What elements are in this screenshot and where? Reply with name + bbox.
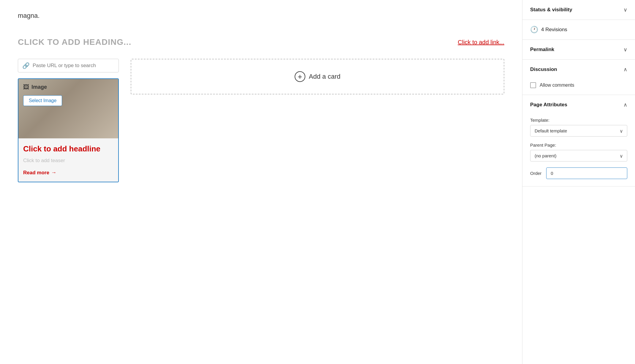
parent-page-label: Parent Page: [530, 143, 627, 148]
card-content: Click to add headline Click to add tease… [18, 138, 118, 182]
main-content: magna. CLICK TO ADD HEADING... Click to … [0, 0, 522, 364]
status-visibility-header[interactable]: Status & visibility ∨ [522, 0, 635, 20]
page-attributes-header[interactable]: Page Attributes ∧ [522, 95, 635, 115]
page-attributes-section: Page Attributes ∧ Template: Default temp… [522, 95, 635, 186]
template-select-wrapper: Default templateFull width ∨ [530, 125, 627, 137]
allow-comments-label: Allow comments [540, 83, 574, 88]
image-label: Image [31, 84, 47, 90]
parent-page-select-wrapper: (no parent) ∨ [530, 150, 627, 162]
image-block: 🖼 Image Select Image Click to add headli… [18, 78, 119, 182]
template-select[interactable]: Default templateFull width [530, 125, 627, 137]
permalink-chevron-down-icon: ∨ [623, 46, 627, 53]
discussion-header[interactable]: Discussion ∧ [522, 60, 635, 79]
heading-placeholder[interactable]: CLICK TO ADD HEADING... [18, 37, 131, 47]
link-placeholder[interactable]: Click to add link... [458, 39, 504, 46]
left-column: 🔗 🖼 Image Select Image Click to add head… [18, 59, 119, 182]
allow-comments-row: Allow comments [530, 82, 627, 88]
link-icon: 🔗 [22, 62, 30, 69]
image-label-row: 🖼 Image [23, 84, 113, 91]
sidebar: Status & visibility ∨ 🕐 4 Revisions Perm… [522, 0, 635, 364]
magna-text: magna. [18, 12, 504, 20]
order-label: Order [530, 171, 541, 176]
heading-row: CLICK TO ADD HEADING... Click to add lin… [18, 37, 504, 47]
discussion-section: Discussion ∧ Allow comments [522, 60, 635, 95]
card-headline[interactable]: Click to add headline [23, 144, 113, 153]
order-row: Order [530, 167, 627, 179]
discussion-title: Discussion [530, 67, 557, 72]
url-input-wrapper[interactable]: 🔗 [18, 59, 119, 72]
read-more-label: Read more [23, 170, 49, 176]
card-teaser[interactable]: Click to add teaser [23, 158, 113, 164]
add-card-circle-icon: + [295, 71, 305, 82]
discussion-body: Allow comments [522, 79, 635, 95]
order-input[interactable] [546, 167, 627, 179]
status-visibility-title: Status & visibility [530, 7, 572, 13]
revisions-label: 4 Revisions [541, 27, 567, 33]
image-icon: 🖼 [23, 84, 29, 91]
page-attributes-title: Page Attributes [530, 102, 567, 108]
select-image-button[interactable]: Select Image [23, 95, 62, 106]
read-more-link[interactable]: Read more → [23, 170, 113, 176]
blocks-row: 🔗 🖼 Image Select Image Click to add head… [18, 59, 504, 182]
status-visibility-section: Status & visibility ∨ [522, 0, 635, 20]
add-card-inner: + Add a card [295, 71, 340, 82]
status-visibility-chevron-down-icon: ∨ [623, 7, 627, 13]
image-inner: 🖼 Image Select Image [18, 79, 118, 138]
discussion-chevron-up-icon: ∧ [623, 66, 627, 73]
add-card-label: Add a card [309, 73, 340, 80]
allow-comments-checkbox[interactable] [530, 82, 536, 88]
add-card-block[interactable]: + Add a card [131, 59, 504, 94]
permalink-section: Permalink ∨ [522, 40, 635, 60]
page-attributes-chevron-up-icon: ∧ [623, 102, 627, 108]
url-search-input[interactable] [33, 63, 114, 69]
revisions-clock-icon: 🕐 [530, 26, 538, 34]
parent-page-select[interactable]: (no parent) [530, 150, 627, 162]
permalink-title: Permalink [530, 47, 554, 53]
permalink-header[interactable]: Permalink ∨ [522, 40, 635, 59]
page-attributes-body: Template: Default templateFull width ∨ P… [522, 115, 635, 186]
template-label: Template: [530, 118, 627, 123]
revisions-row[interactable]: 🕐 4 Revisions [522, 20, 635, 40]
read-more-arrow-icon: → [51, 170, 56, 176]
